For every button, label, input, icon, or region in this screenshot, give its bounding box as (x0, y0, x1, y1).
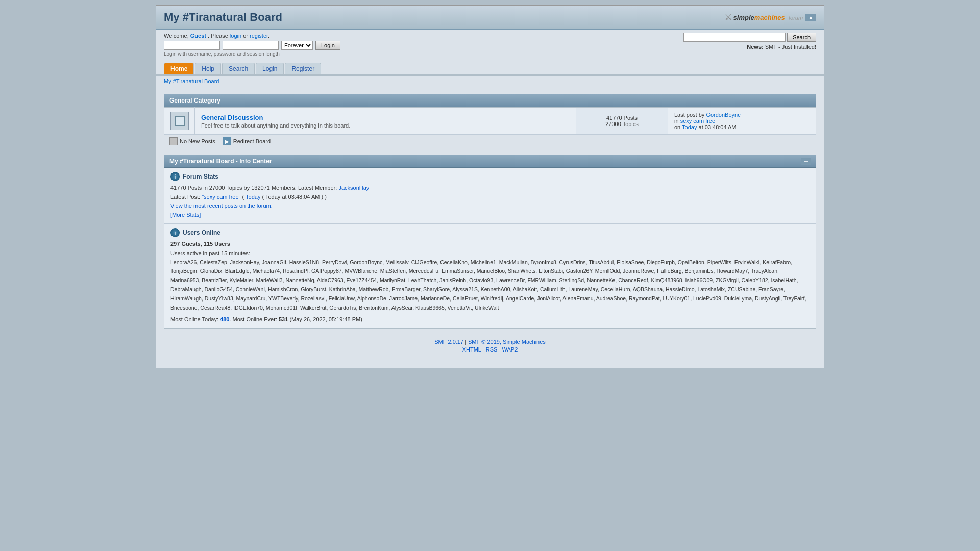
nav-bar: Home Help Search Login Register (156, 60, 824, 76)
footer-links: XHTML RSS WAP2 (161, 346, 819, 353)
header: My #Tiranatural Board ⚔ simplemachines f… (156, 6, 824, 30)
users-online-section: i Users Online 297 Guests, 115 Users Use… (164, 224, 816, 328)
forum-topics-count: 27000 Topics (580, 121, 664, 127)
logo-area: ⚔ simplemachines forum ▲ (724, 12, 816, 23)
login-button[interactable]: Login (315, 41, 340, 50)
last-post-date-link[interactable]: Today (682, 124, 697, 130)
footer: SMF 2.0.17 | SMF © 2019, Simple Machines… (156, 334, 824, 358)
online-stats: Most Online Today: 480. Most Online Ever… (170, 315, 810, 324)
last-post-user-link[interactable]: GordonBoync (706, 112, 740, 118)
forum-icon-cell (164, 108, 195, 135)
search-area: Search News: SMF - Just Installed! (683, 33, 816, 50)
nav-item-home[interactable]: Home (164, 63, 194, 74)
forum-stats-section: i Forum Stats 41770 Posts in 27000 Topic… (164, 168, 816, 224)
footer-xhtml-link[interactable]: XHTML (462, 346, 481, 353)
nav-item-register[interactable]: Register (285, 63, 321, 74)
forum-name-link[interactable]: General Discussion (201, 114, 263, 121)
login-form: Forever Login (164, 41, 340, 50)
info-center-title: My #Tiranatural Board - Info Center (169, 158, 272, 165)
smf-logo: ⚔ simplemachines forum (724, 12, 803, 23)
redirect-item: ▶ Redirect Board (223, 137, 271, 145)
password-input[interactable] (223, 41, 279, 50)
forum-stats-cell: 41770 Posts 27000 Topics (576, 108, 668, 135)
collapse-info-button[interactable]: ─ (801, 158, 811, 165)
users-list: LenoraA26, CelestaZep, JacksonHay, Joann… (170, 258, 810, 313)
login-bar: Welcome, Guest . Please login or registe… (156, 30, 824, 60)
forum-lastpost-cell: Last post by GordonBoync in sexy cam fre… (668, 108, 816, 135)
forum-stats-text: 41770 Posts in 27000 Topics by 132071 Me… (170, 184, 810, 219)
latest-post-time-link[interactable]: Today (246, 194, 260, 200)
forum-posts-count: 41770 Posts (580, 115, 664, 121)
news-text: News: SMF - Just Installed! (683, 44, 816, 50)
smf-copyright-link[interactable]: SMF © 2019, Simple Machines (468, 339, 546, 345)
logo-sword-icon: ⚔ (724, 12, 732, 23)
register-link[interactable]: register (250, 33, 268, 39)
latest-post-topic-link[interactable]: "sexy cam free" (202, 194, 240, 200)
active-users-label: Users active in past 15 minutes: (170, 249, 810, 258)
redirect-label: Redirect Board (233, 138, 271, 144)
no-new-posts-label: No New Posts (180, 138, 215, 144)
smf-version-link[interactable]: SMF 2.0.17 (434, 339, 463, 345)
content: General Category General Discussion Feel… (156, 87, 824, 331)
footer-rss-link[interactable]: RSS (486, 346, 498, 353)
forum-description: Feel free to talk about anything and eve… (201, 122, 570, 129)
recent-posts-link[interactable]: View the most recent posts on the forum. (170, 203, 273, 209)
forum-stats-title: i Forum Stats (170, 172, 810, 181)
search-button[interactable]: Search (787, 33, 816, 42)
collapse-header-button[interactable]: ▲ (805, 14, 816, 21)
guests-users-count: 297 Guests, 115 Users (170, 240, 810, 249)
users-online-icon: i (170, 228, 180, 237)
breadcrumb: My #Tiranatural Board (156, 76, 824, 87)
no-new-posts-icon (169, 137, 178, 145)
logo-text: simplemachines forum (733, 14, 803, 21)
general-category-header: General Category (164, 94, 816, 107)
footer-wap2-link[interactable]: WAP2 (502, 346, 518, 353)
forum-table: General Discussion Feel free to talk abo… (164, 107, 816, 135)
forum-name: General Discussion (201, 114, 570, 121)
breadcrumb-home[interactable]: My #Tiranatural Board (164, 78, 219, 84)
footer-credits: SMF 2.0.17 | SMF © 2019, Simple Machines (161, 339, 819, 345)
table-row: General Discussion Feel free to talk abo… (164, 108, 816, 135)
forum-info-cell: General Discussion Feel free to talk abo… (195, 108, 576, 135)
nav-item-help[interactable]: Help (195, 63, 221, 74)
status-row: No New Posts ▶ Redirect Board (164, 135, 816, 148)
info-center-body: i Forum Stats 41770 Posts in 27000 Topic… (164, 168, 816, 329)
forum-icon (170, 112, 189, 130)
no-new-posts-item: No New Posts (169, 137, 215, 145)
forum-icon-inner (175, 116, 185, 126)
guest-link[interactable]: Guest (190, 33, 206, 39)
more-stats-link[interactable]: [More Stats] (170, 212, 201, 218)
nav-item-search[interactable]: Search (222, 63, 255, 74)
username-input[interactable] (164, 41, 220, 50)
redirect-arrow-icon: ▶ (225, 139, 229, 144)
session-length-select[interactable]: Forever (281, 41, 313, 50)
redirect-icon: ▶ (223, 137, 231, 145)
last-post-topic-link[interactable]: sexy cam free (680, 118, 715, 124)
latest-member-link[interactable]: JacksonHay (338, 185, 369, 191)
nav-item-login[interactable]: Login (256, 63, 284, 74)
info-center-header: My #Tiranatural Board - Info Center ─ (164, 155, 816, 168)
site-title: My #Tiranatural Board (164, 11, 282, 24)
most-online-today-link[interactable]: 480 (220, 316, 229, 322)
session-note: Login with username, password and sessio… (164, 51, 340, 57)
forum-stats-icon: i (170, 172, 180, 181)
search-input[interactable] (683, 33, 786, 42)
welcome-text: Welcome, Guest . Please login or registe… (164, 33, 340, 39)
login-link[interactable]: login (230, 33, 241, 39)
users-online-title: i Users Online (170, 228, 810, 237)
